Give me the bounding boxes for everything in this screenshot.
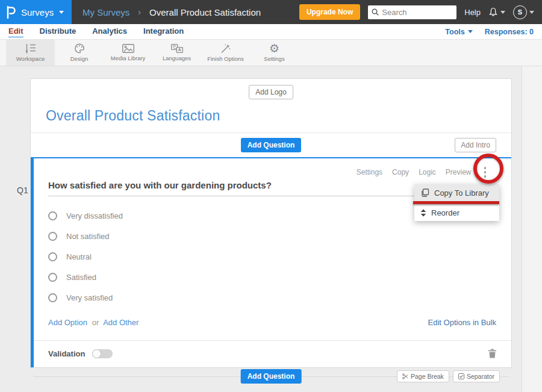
- question-settings-link[interactable]: Settings: [357, 168, 382, 176]
- tab-analytics[interactable]: Analytics: [92, 26, 127, 37]
- answer-option-row[interactable]: Not satisfied: [48, 232, 496, 241]
- editor-toolbar: Workspace Design Media Library A Languag…: [0, 40, 542, 66]
- radio-icon[interactable]: [48, 273, 57, 282]
- option-tools-row: Add Option or Add Other Edit Options in …: [48, 318, 496, 327]
- search-input[interactable]: [382, 8, 453, 17]
- validation-toggle[interactable]: [92, 349, 113, 358]
- tab-integration[interactable]: Integration: [143, 26, 184, 37]
- reorder-icon: [420, 209, 426, 217]
- nav-tabs: Edit Distribute Analytics Integration: [8, 26, 184, 37]
- answer-option-row[interactable]: Very satisfied: [48, 293, 496, 302]
- footer-add-question-button[interactable]: Add Question: [241, 369, 302, 384]
- survey-card: Add Logo Overall Product Satisfaction Ad…: [30, 78, 512, 368]
- scissors-icon: [402, 373, 408, 379]
- survey-header: Add Logo Overall Product Satisfaction: [31, 79, 511, 133]
- upgrade-now-button[interactable]: Upgrade Now: [299, 4, 360, 20]
- footer-row: Add Question Page Break Separator: [30, 367, 512, 385]
- reorder-item[interactable]: Reorder: [414, 204, 499, 221]
- page-break-label: Page Break: [411, 373, 444, 380]
- toolbar-finish-options[interactable]: Finish Options: [201, 40, 250, 66]
- tools-menu[interactable]: Tools: [445, 28, 472, 36]
- toolbar-design[interactable]: Design: [55, 40, 104, 66]
- question-logic-link[interactable]: Logic: [419, 168, 436, 176]
- add-question-row: Add Question Add Intro: [31, 133, 511, 157]
- chevron-down-icon: [59, 11, 64, 14]
- option-label[interactable]: Satisfied: [66, 273, 96, 282]
- help-link[interactable]: Help: [464, 8, 481, 17]
- annotation-underline: [413, 201, 499, 204]
- add-intro-button[interactable]: Add Intro: [455, 138, 496, 152]
- chevron-down-icon: [500, 11, 505, 14]
- survey-title[interactable]: Overall Product Satisfaction: [46, 108, 511, 124]
- breadcrumb-my-surveys[interactable]: My Surveys: [83, 7, 129, 17]
- image-icon: [122, 44, 134, 53]
- edit-options-bulk-link[interactable]: Edit Options in Bulk: [428, 318, 496, 327]
- translate-icon: A: [171, 44, 183, 53]
- question-number: Q1: [17, 185, 28, 195]
- radio-icon[interactable]: [48, 232, 57, 241]
- tab-edit[interactable]: Edit: [8, 26, 23, 37]
- gear-icon: ⚙: [269, 43, 279, 54]
- question-context-menu: Copy To Library Reorder: [414, 184, 499, 221]
- option-label[interactable]: Very satisfied: [66, 293, 113, 302]
- tab-distribute[interactable]: Distribute: [40, 26, 76, 37]
- global-search[interactable]: [368, 5, 456, 19]
- media-library-label: Media Library: [111, 55, 146, 61]
- toolbar-settings[interactable]: ⚙ Settings: [250, 40, 299, 66]
- account-menu[interactable]: S: [513, 5, 534, 19]
- responses-count[interactable]: Responses: 0: [485, 28, 534, 36]
- page-break-button[interactable]: Page Break: [397, 370, 449, 382]
- separator-label: Separator: [467, 373, 494, 380]
- languages-label: Languages: [163, 55, 191, 61]
- toolbar-languages[interactable]: A Languages: [152, 40, 201, 66]
- answer-option-row[interactable]: Neutral: [48, 252, 496, 261]
- settings-label: Settings: [264, 55, 284, 62]
- option-label[interactable]: Neutral: [66, 252, 92, 261]
- footer-buttons: Page Break Separator: [397, 370, 500, 382]
- separator-button[interactable]: Separator: [453, 370, 500, 382]
- copy-to-library-label: Copy To Library: [434, 188, 489, 198]
- chevron-down-icon: [529, 11, 534, 14]
- product-menu-label: Surveys: [21, 7, 54, 17]
- option-label[interactable]: Very dissatisfied: [66, 211, 123, 220]
- radio-icon[interactable]: [48, 293, 57, 302]
- add-option-link[interactable]: Add Option: [48, 318, 87, 327]
- scrollbar[interactable]: [522, 66, 542, 392]
- reorder-label: Reorder: [431, 208, 459, 217]
- magic-wand-icon: [220, 44, 231, 54]
- palette-icon: [74, 43, 85, 54]
- copy-icon: [420, 188, 429, 197]
- product-menu[interactable]: Surveys: [0, 0, 72, 24]
- questionpro-logo-icon: [6, 5, 16, 19]
- workspace-label: Workspace: [16, 55, 45, 62]
- option-label[interactable]: Not satisfied: [66, 232, 110, 241]
- radio-icon[interactable]: [48, 211, 57, 220]
- validation-row: Validation: [48, 341, 496, 367]
- question-preview-link[interactable]: Preview: [446, 168, 472, 176]
- add-other-link[interactable]: Add Other: [103, 318, 139, 327]
- questionpro-survey-editor: Surveys My Surveys › Overall Product Sat…: [0, 0, 542, 392]
- chevron-down-icon: [468, 30, 473, 33]
- tools-label: Tools: [445, 28, 464, 36]
- toolbar-media-library[interactable]: Media Library: [104, 40, 152, 66]
- delete-question-button[interactable]: [488, 349, 496, 358]
- avatar: S: [513, 5, 527, 19]
- toolbar-workspace[interactable]: Workspace: [6, 40, 55, 66]
- breadcrumb-separator: ›: [138, 7, 141, 17]
- validation-label: Validation: [48, 349, 85, 358]
- search-icon: [372, 8, 379, 16]
- answer-options: Very dissatisfied Not satisfied Neutral …: [48, 211, 496, 302]
- survey-nav: Edit Distribute Analytics Integration To…: [0, 24, 542, 40]
- answer-option-row[interactable]: Satisfied: [48, 273, 496, 282]
- add-logo-button[interactable]: Add Logo: [249, 85, 293, 99]
- question-copy-link[interactable]: Copy: [392, 168, 409, 176]
- question-more-menu-button[interactable]: [481, 165, 490, 179]
- add-question-button[interactable]: Add Question: [241, 138, 302, 152]
- notifications-menu[interactable]: [488, 7, 505, 17]
- copy-to-library-item[interactable]: Copy To Library: [414, 184, 499, 201]
- breadcrumb: My Surveys › Overall Product Satisfactio…: [83, 7, 261, 17]
- top-bar: Surveys My Surveys › Overall Product Sat…: [0, 0, 542, 24]
- question-actions: Settings Copy Logic Preview: [48, 158, 496, 178]
- finish-options-label: Finish Options: [207, 55, 244, 62]
- radio-icon[interactable]: [48, 252, 57, 261]
